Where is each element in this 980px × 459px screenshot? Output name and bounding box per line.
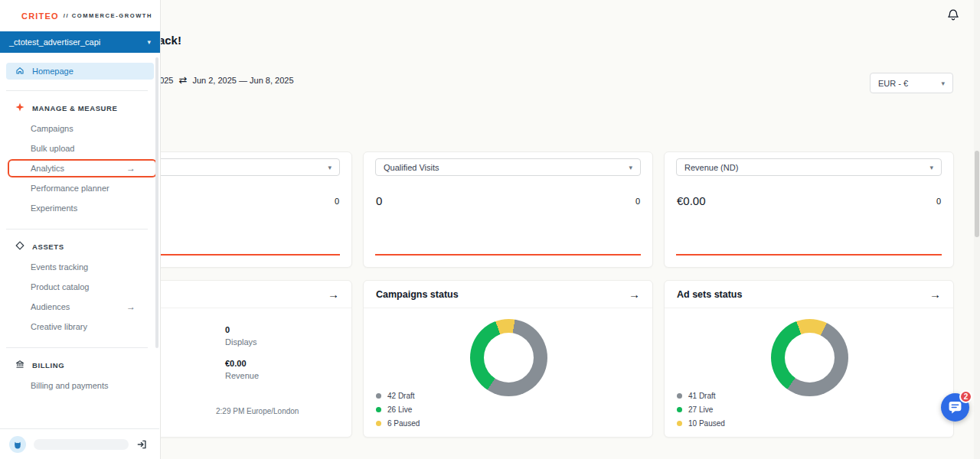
compare-arrows-icon: ⇄ bbox=[179, 74, 188, 86]
legend-dot bbox=[677, 421, 682, 426]
sparkline-zero-line bbox=[676, 254, 942, 256]
chevron-down-icon: ▾ bbox=[147, 38, 151, 46]
sidebar-item-label: Bulk upload bbox=[31, 144, 75, 153]
arrow-right-icon: → bbox=[126, 301, 136, 312]
sidebar-item-creative-library[interactable]: Creative library bbox=[0, 317, 160, 337]
sidebar-item-label: Analytics bbox=[31, 164, 64, 173]
sidebar-footer bbox=[0, 428, 159, 459]
campaigns-status-card: Campaigns status → 42 Draft 26 Live 6 Pa… bbox=[363, 280, 653, 438]
advertiser-selector[interactable]: _ctotest_advertiser_capi ▾ bbox=[0, 31, 160, 53]
chat-launcher[interactable]: 2 bbox=[941, 393, 969, 422]
arrow-right-icon[interactable]: → bbox=[929, 288, 941, 301]
sparkline-zero-line bbox=[375, 254, 641, 256]
stat-label: Revenue bbox=[225, 371, 259, 380]
sidebar-item-label: Experiments bbox=[31, 203, 77, 213]
date-range-text: Jun 2, 2025 — Jun 8, 2025 bbox=[192, 76, 293, 85]
legend-dot bbox=[677, 407, 682, 412]
metric-selector[interactable]: Qualified Visits ▾ bbox=[375, 158, 641, 176]
sidebar-item-label: Product catalog bbox=[31, 282, 89, 291]
logo-brand: CRITEO bbox=[21, 11, 59, 21]
arrow-right-icon[interactable]: → bbox=[629, 288, 640, 301]
metric-selector-label: Qualified Visits bbox=[384, 163, 439, 172]
sidebar-item-label: Billing and payments bbox=[31, 381, 109, 390]
section-title: MANAGE & MEASURE bbox=[32, 104, 117, 112]
metric-card-qualified-visits: Qualified Visits ▾ 0 0 bbox=[363, 151, 653, 268]
currency-selector[interactable]: EUR - € ▾ bbox=[870, 73, 953, 93]
vertical-scrollbar[interactable] bbox=[974, 0, 980, 459]
legend-item: 27 Live bbox=[677, 405, 725, 414]
section-header-assets: ASSETS bbox=[0, 239, 160, 254]
sidebar-item-label: Creative library bbox=[31, 322, 87, 331]
ad-sets-status-card: Ad sets status → 41 Draft 27 Live 10 Pau… bbox=[664, 280, 954, 438]
divider bbox=[6, 347, 148, 348]
sidebar-item-performance-planner[interactable]: Performance planner bbox=[0, 178, 160, 198]
legend-label: 42 Draft bbox=[387, 392, 415, 400]
section-title: BILLING bbox=[32, 361, 64, 369]
sidebar-item-homepage[interactable]: Homepage bbox=[6, 63, 154, 80]
sparkle-icon bbox=[15, 103, 24, 113]
sidebar-item-label: Homepage bbox=[32, 67, 74, 76]
legend: 41 Draft 27 Live 10 Paused bbox=[677, 392, 725, 428]
advertiser-name: _ctotest_advertiser_capi bbox=[9, 37, 100, 47]
sidebar-item-label: Events tracking bbox=[31, 262, 88, 272]
diamond-icon bbox=[15, 241, 24, 252]
sidebar-item-experiments[interactable]: Experiments bbox=[0, 198, 160, 218]
sidebar-item-label: Campaigns bbox=[31, 124, 74, 133]
legend-dot bbox=[376, 407, 381, 412]
sidebar-item-product-catalog[interactable]: Product catalog bbox=[0, 277, 160, 297]
legend-dot bbox=[376, 393, 381, 399]
metric-secondary-value: 0 bbox=[335, 197, 339, 206]
sidebar: CRITEO // COMMERCE-GROWTH _ctotest_adver… bbox=[0, 0, 161, 459]
arrow-right-icon[interactable]: → bbox=[328, 288, 339, 301]
chevron-down-icon: ▾ bbox=[929, 164, 933, 171]
legend-label: 41 Draft bbox=[688, 392, 716, 400]
metric-main-value: €0.00 bbox=[677, 194, 706, 207]
chat-unread-badge: 2 bbox=[959, 390, 972, 403]
sidebar-item-analytics[interactable]: Analytics → bbox=[0, 158, 160, 178]
metric-selector-label: Revenue (ND) bbox=[684, 163, 738, 172]
chevron-down-icon: ▾ bbox=[328, 164, 332, 171]
legend-item: 41 Draft bbox=[677, 392, 725, 400]
campaigns-status-donut bbox=[470, 319, 547, 396]
legend-dot bbox=[376, 421, 381, 426]
sidebar-scrollbar-thumb[interactable] bbox=[155, 57, 158, 348]
sidebar-item-audiences[interactable]: Audiences → bbox=[0, 297, 160, 317]
notifications-bell-icon[interactable] bbox=[946, 8, 960, 22]
metric-secondary-value: 0 bbox=[936, 197, 941, 206]
home-icon bbox=[15, 66, 24, 76]
divider bbox=[6, 90, 148, 91]
card-title: Campaigns status bbox=[376, 289, 459, 300]
legend-item: 42 Draft bbox=[376, 392, 420, 400]
metric-selector[interactable]: Revenue (ND) ▾ bbox=[676, 158, 942, 176]
legend-label: 26 Live bbox=[387, 405, 412, 414]
legend-item: 26 Live bbox=[376, 405, 420, 414]
sidebar-item-billing-and-payments[interactable]: Billing and payments bbox=[0, 376, 160, 396]
sidebar-item-bulk-upload[interactable]: Bulk upload bbox=[0, 138, 160, 158]
metric-main-value: 0 bbox=[376, 194, 382, 207]
card-title: Ad sets status bbox=[677, 289, 742, 300]
chat-icon bbox=[948, 400, 962, 415]
section-title: ASSETS bbox=[32, 243, 64, 251]
metric-card-revenue: Revenue (ND) ▾ €0.00 0 bbox=[664, 151, 954, 268]
sidebar-item-label: Performance planner bbox=[31, 184, 109, 193]
stat-label: Displays bbox=[225, 337, 259, 347]
scrollbar-thumb[interactable] bbox=[975, 151, 979, 237]
stat-revenue: €0.00 Revenue bbox=[225, 359, 259, 380]
user-avatar bbox=[9, 436, 26, 453]
last-updated-timestamp: 2:29 PM Europe/London bbox=[216, 407, 299, 415]
legend: 42 Draft 26 Live 6 Paused bbox=[376, 392, 420, 428]
ad-sets-status-donut bbox=[771, 319, 848, 396]
metric-secondary-value: 0 bbox=[635, 197, 640, 206]
currency-value: EUR - € bbox=[878, 79, 908, 88]
sidebar-item-campaigns[interactable]: Campaigns bbox=[0, 119, 160, 138]
sidebar-item-events-tracking[interactable]: Events tracking bbox=[0, 257, 160, 277]
section-header-manage-measure: MANAGE & MEASURE bbox=[0, 100, 160, 116]
section-header-billing: BILLING bbox=[0, 357, 160, 373]
logout-icon[interactable] bbox=[136, 439, 147, 450]
stat-displays: 0 Displays bbox=[225, 325, 259, 347]
logo-suffix: // COMMERCE-GROWTH bbox=[64, 12, 152, 19]
stat-value: 0 bbox=[225, 325, 259, 334]
legend-item: 10 Paused bbox=[677, 419, 725, 428]
chevron-down-icon: ▾ bbox=[629, 164, 632, 171]
chevron-down-icon: ▾ bbox=[941, 80, 945, 87]
